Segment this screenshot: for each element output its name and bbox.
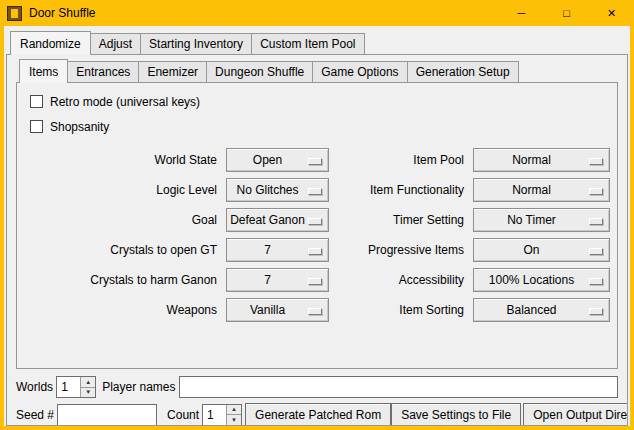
main-tab-bar: Randomize Adjust Starting Inventory Cust…	[6, 31, 628, 54]
world-state-value: Open	[253, 153, 282, 167]
tab-entrances[interactable]: Entrances	[67, 61, 139, 82]
tab-generation-setup[interactable]: Generation Setup	[407, 61, 519, 82]
tab-enemizer[interactable]: Enemizer	[138, 61, 207, 82]
close-icon: ✕	[607, 8, 616, 19]
progressive-items-dropdown[interactable]: On	[473, 238, 610, 262]
tab-randomize[interactable]: Randomize	[10, 31, 91, 55]
crystals-harm-ganon-label: Crystals to harm Ganon	[19, 273, 219, 287]
seed-row: Seed # Count ▲ ▼ Generate Patched Rom Sa…	[16, 403, 618, 426]
seed-input[interactable]	[57, 404, 157, 426]
dropdown-indicator-icon	[308, 278, 322, 285]
window-title: Door Shuffle	[29, 6, 96, 20]
spin-up-icon[interactable]: ▲	[81, 377, 95, 388]
dropdown-indicator-icon	[308, 218, 322, 225]
worlds-input[interactable]	[57, 377, 80, 397]
count-spin-arrows: ▲ ▼	[226, 405, 241, 425]
app-window: Door Shuffle ─ □ ✕ Randomize Adjust Star…	[0, 0, 634, 430]
progressive-items-label: Progressive Items	[336, 243, 466, 257]
randomize-panel: Items Entrances Enemizer Dungeon Shuffle…	[6, 54, 628, 426]
weapons-label: Weapons	[19, 303, 219, 317]
options-grid: World State Open Item Pool Normal Logic …	[19, 148, 615, 322]
goal-value: Defeat Ganon	[230, 213, 305, 227]
seed-label: Seed #	[16, 408, 54, 422]
tab-adjust[interactable]: Adjust	[90, 33, 141, 54]
open-output-button[interactable]: Open Output Directory	[523, 403, 628, 426]
crystals-open-gt-label: Crystals to open GT	[19, 243, 219, 257]
tab-starting-inventory[interactable]: Starting Inventory	[140, 33, 252, 54]
item-sorting-label: Item Sorting	[336, 303, 466, 317]
item-functionality-value: Normal	[512, 183, 551, 197]
item-pool-label: Item Pool	[336, 153, 466, 167]
item-functionality-dropdown[interactable]: Normal	[473, 178, 610, 202]
maximize-icon: □	[563, 8, 570, 19]
logic-level-dropdown[interactable]: No Glitches	[226, 178, 329, 202]
item-pool-dropdown[interactable]: Normal	[473, 148, 610, 172]
weapons-dropdown[interactable]: Vanilla	[226, 298, 329, 322]
close-button[interactable]: ✕	[589, 0, 634, 26]
crystals-open-gt-value: 7	[264, 243, 271, 257]
dropdown-indicator-icon	[308, 248, 322, 255]
dropdown-indicator-icon	[308, 188, 322, 195]
timer-setting-label: Timer Setting	[336, 213, 466, 227]
count-input[interactable]	[203, 405, 226, 425]
accessibility-label: Accessibility	[336, 273, 466, 287]
progressive-items-value: On	[523, 243, 539, 257]
world-state-dropdown[interactable]: Open	[226, 148, 329, 172]
tab-items[interactable]: Items	[19, 59, 68, 83]
dropdown-indicator-icon	[589, 248, 603, 255]
crystals-open-gt-dropdown[interactable]: 7	[226, 238, 329, 262]
timer-setting-value: No Timer	[507, 213, 556, 227]
dropdown-indicator-icon	[589, 308, 603, 315]
window-content: Randomize Adjust Starting Inventory Cust…	[4, 26, 630, 426]
player-names-input[interactable]	[179, 376, 619, 398]
shopsanity-label: Shopsanity	[50, 120, 109, 134]
item-pool-value: Normal	[512, 153, 551, 167]
spin-down-icon[interactable]: ▼	[81, 388, 95, 398]
accessibility-dropdown[interactable]: 100% Locations	[473, 268, 610, 292]
save-settings-button[interactable]: Save Settings to File	[391, 403, 521, 426]
dropdown-indicator-icon	[308, 158, 322, 165]
dropdown-indicator-icon	[589, 218, 603, 225]
spin-down-icon[interactable]: ▼	[227, 415, 241, 425]
accessibility-value: 100% Locations	[489, 273, 574, 287]
crystals-harm-ganon-value: 7	[264, 273, 271, 287]
dropdown-indicator-icon	[308, 308, 322, 315]
logic-level-label: Logic Level	[19, 183, 219, 197]
generate-rom-button[interactable]: Generate Patched Rom	[245, 403, 391, 426]
tab-dungeon-shuffle[interactable]: Dungeon Shuffle	[206, 61, 313, 82]
item-sorting-value: Balanced	[506, 303, 556, 317]
minimize-button[interactable]: ─	[499, 0, 544, 26]
dropdown-indicator-icon	[589, 278, 603, 285]
app-icon	[7, 6, 22, 21]
title-bar[interactable]: Door Shuffle ─ □ ✕	[0, 0, 634, 26]
worlds-label: Worlds	[16, 380, 53, 394]
shopsanity-row: Shopsanity	[19, 114, 615, 139]
timer-setting-dropdown[interactable]: No Timer	[473, 208, 610, 232]
spin-up-icon[interactable]: ▲	[227, 405, 241, 416]
crystals-harm-ganon-dropdown[interactable]: 7	[226, 268, 329, 292]
item-functionality-label: Item Functionality	[336, 183, 466, 197]
maximize-button[interactable]: □	[544, 0, 589, 26]
count-spinbox: ▲ ▼	[202, 404, 242, 426]
items-panel: Retro mode (universal keys) Shopsanity W…	[16, 82, 618, 369]
retro-mode-label: Retro mode (universal keys)	[50, 95, 200, 109]
minimize-icon: ─	[518, 8, 526, 19]
tab-game-options[interactable]: Game Options	[312, 61, 407, 82]
worlds-row: Worlds ▲ ▼ Player names	[16, 376, 618, 398]
worlds-spinbox: ▲ ▼	[56, 376, 96, 398]
retro-mode-row: Retro mode (universal keys)	[19, 89, 615, 114]
logic-level-value: No Glitches	[236, 183, 298, 197]
dropdown-indicator-icon	[589, 188, 603, 195]
sub-tab-bar: Items Entrances Enemizer Dungeon Shuffle…	[16, 59, 618, 82]
goal-label: Goal	[19, 213, 219, 227]
weapons-value: Vanilla	[250, 303, 285, 317]
retro-mode-checkbox[interactable]	[30, 95, 43, 108]
dropdown-indicator-icon	[589, 158, 603, 165]
shopsanity-checkbox[interactable]	[30, 120, 43, 133]
player-names-label: Player names	[102, 380, 175, 394]
world-state-label: World State	[19, 153, 219, 167]
item-sorting-dropdown[interactable]: Balanced	[473, 298, 610, 322]
count-label: Count	[167, 408, 199, 422]
goal-dropdown[interactable]: Defeat Ganon	[226, 208, 329, 232]
tab-custom-item-pool[interactable]: Custom Item Pool	[251, 33, 364, 54]
